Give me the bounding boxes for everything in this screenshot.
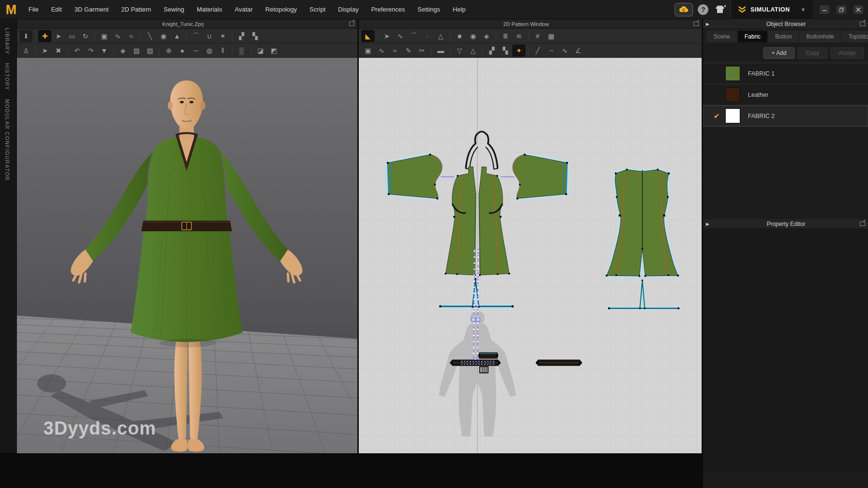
tab-buttonhole[interactable]: Buttonhole [800, 31, 841, 42]
move-tool-icon[interactable]: ✚ [39, 30, 51, 42]
viewport3d-expand-icon[interactable] [349, 22, 354, 26]
assign-button[interactable]: Assign [830, 47, 864, 59]
rectangle-tool-icon[interactable]: ■ [453, 30, 466, 42]
pick-move-avatar-tool-icon[interactable]: ➤ [39, 45, 51, 56]
button-tool-icon[interactable]: ⊕ [163, 45, 175, 56]
cloud-sync-icon[interactable]: C [675, 3, 693, 16]
topstitch-line-tool-icon[interactable]: ╱ [531, 45, 544, 56]
menu-avatar[interactable]: Avatar [229, 0, 259, 19]
polygon-tool-icon[interactable]: △ [434, 30, 447, 42]
show-gizmo-icon[interactable]: ⬇ [20, 30, 32, 42]
sewing-machine-tool-icon[interactable]: ▣ [98, 30, 110, 42]
2d-pattern-canvas[interactable] [359, 58, 702, 453]
seam-grid-tool-icon[interactable]: # [531, 30, 544, 42]
edit-curve-point-tool-icon[interactable]: ⌒ [407, 30, 420, 42]
menu-sewing[interactable]: Sewing [157, 0, 190, 19]
menu-settings[interactable]: Settings [411, 0, 447, 19]
simulation-dropdown-caret[interactable]: ▼ [794, 7, 806, 13]
pin-tool-icon[interactable]: ╲ [144, 30, 156, 42]
dock-tab-modular-configurator[interactable]: MODULAR CONFIGURATOR [4, 99, 10, 181]
sculpt-tool-icon[interactable]: ▒ [235, 45, 248, 56]
segment-sewing-tool-icon[interactable]: ▣ [362, 45, 374, 56]
menu-file[interactable]: File [22, 0, 45, 19]
dense-pattern-tool-icon[interactable]: ▚ [499, 45, 512, 56]
fit-check-tool-icon[interactable]: ▽ [453, 45, 466, 56]
dock-tab-history[interactable]: HISTORY [4, 63, 10, 91]
object-browser-expand-icon[interactable] [860, 22, 865, 26]
rotate-tool-icon[interactable]: ↻ [79, 30, 92, 42]
object-browser-header[interactable]: ▶ Object Browser [703, 19, 868, 29]
property-editor-expand-icon[interactable] [860, 222, 865, 226]
tab-scene[interactable]: Scene [707, 31, 737, 42]
seam-angle-tool-icon[interactable]: ∠ [572, 45, 584, 56]
menu-2d-pattern[interactable]: 2D Pattern [115, 0, 157, 19]
menu-materials[interactable]: Materials [190, 0, 229, 19]
tape-measure-tool-icon[interactable]: ─ [190, 45, 202, 56]
minimize-button[interactable] [820, 5, 829, 14]
box-transform-tool-icon[interactable]: ▭ [66, 30, 78, 42]
copy-button[interactable]: Copy [798, 47, 827, 59]
fold-left-tool-icon[interactable]: ▞ [235, 30, 248, 42]
menu-script[interactable]: Script [303, 0, 332, 19]
simulation-button[interactable]: SIMULATION ▼ [731, 0, 813, 19]
property-collapse-arrow-icon[interactable]: ▶ [703, 222, 712, 226]
avatar-display-tool-icon[interactable]: ♙ [20, 45, 32, 56]
garment-store-icon[interactable]: + [713, 3, 726, 16]
reset-arrangement-tool-icon[interactable]: ▼ [98, 45, 110, 56]
shirring-tool-icon[interactable]: ✦ [513, 45, 525, 56]
tile-pattern-tool-icon[interactable]: ▞ [486, 45, 498, 56]
remove-pin-tool-icon[interactable]: ✖ [52, 45, 65, 56]
menu-retopology[interactable]: Retopology [259, 0, 303, 19]
add-button[interactable]: + Add [763, 47, 795, 59]
attach-button-tool-icon[interactable]: ◍ [203, 45, 216, 56]
edit-pattern-tool-icon[interactable]: ➤ [380, 30, 393, 42]
mn-sewing-tool-icon[interactable]: ≈ [389, 45, 401, 56]
menu-edit[interactable]: Edit [45, 0, 68, 19]
topstitch-dashed-tool-icon[interactable]: ╌ [545, 45, 557, 56]
iron-tool-icon[interactable]: ▬ [434, 45, 447, 56]
property-editor-header[interactable]: ▶ Property Editor [703, 219, 868, 229]
wrinkle-tool-icon[interactable]: ✶ [217, 30, 229, 42]
fabric-checkmark-icon[interactable]: ✔ [708, 112, 725, 120]
restore-button[interactable] [837, 5, 846, 14]
drape-tool-icon[interactable]: ∪ [203, 30, 216, 42]
drag-pin-tool-icon[interactable]: ◉ [157, 30, 170, 42]
topstitch-curve-tool-icon[interactable]: ∿ [558, 45, 571, 56]
pattern-belt-top[interactable] [478, 353, 498, 358]
menu-display[interactable]: Display [332, 0, 365, 19]
pleats-tool-icon[interactable]: Ⅲ [499, 30, 512, 42]
pattern-belt-right[interactable] [536, 360, 582, 366]
circle-tool-icon[interactable]: ◉ [467, 30, 479, 42]
fabric-row-leather[interactable]: Leather [703, 84, 868, 106]
pattern-grid-tool-icon[interactable]: ▦ [545, 30, 557, 42]
edit-curvature-tool-icon[interactable]: ∿ [394, 30, 407, 42]
fabric-swatch[interactable] [725, 108, 740, 123]
fabric-row-fabric-2[interactable]: ✔FABRIC 2 [703, 106, 868, 127]
unfold-arrangement-tool-icon[interactable]: ↷ [84, 45, 97, 56]
pleats-sew-tool-icon[interactable]: ≋ [513, 30, 525, 42]
panel-collapse-arrow-icon[interactable]: ▶ [703, 22, 712, 26]
fit-garment-tool-icon[interactable]: ▲ [171, 30, 183, 42]
pattern2d-expand-icon[interactable] [693, 22, 699, 26]
tab-fabric[interactable]: Fabric [738, 31, 767, 42]
buttonhole-tool-icon[interactable]: ● [176, 45, 189, 56]
segment-sew-tool-icon[interactable]: ∿ [111, 30, 124, 42]
arrange-garment-tool-icon[interactable]: △ [467, 45, 479, 56]
zipper-tool-icon[interactable]: ‖ [217, 45, 229, 56]
select-curve-tool-icon[interactable]: ➤ [52, 30, 65, 42]
fold-arrangement-tool-icon[interactable]: ↶ [71, 45, 83, 56]
transform-pattern-tool-icon[interactable]: ◣ [362, 30, 374, 42]
pattern-right-sleeve[interactable] [513, 154, 569, 199]
dock-tab-library[interactable]: LIBRARY [4, 28, 10, 54]
close-button[interactable] [854, 5, 863, 14]
free-sew-tool-icon[interactable]: ≈ [125, 30, 137, 42]
stress-map-tool-icon[interactable]: ◈ [117, 45, 129, 56]
tab-button[interactable]: Button [768, 31, 799, 42]
fold-right-tool-icon[interactable]: ▚ [249, 30, 261, 42]
texture-surface-tool-icon[interactable]: ▧ [130, 45, 143, 56]
fabric-swatch[interactable] [725, 66, 740, 81]
fabric-row-fabric-1[interactable]: FABRIC 1 [703, 63, 868, 84]
pattern-belt-left[interactable] [450, 360, 501, 366]
3d-viewport-canvas[interactable]: 3Dyyds.com [17, 58, 357, 453]
fold-angle-left-tool-icon[interactable]: ◪ [254, 45, 267, 56]
